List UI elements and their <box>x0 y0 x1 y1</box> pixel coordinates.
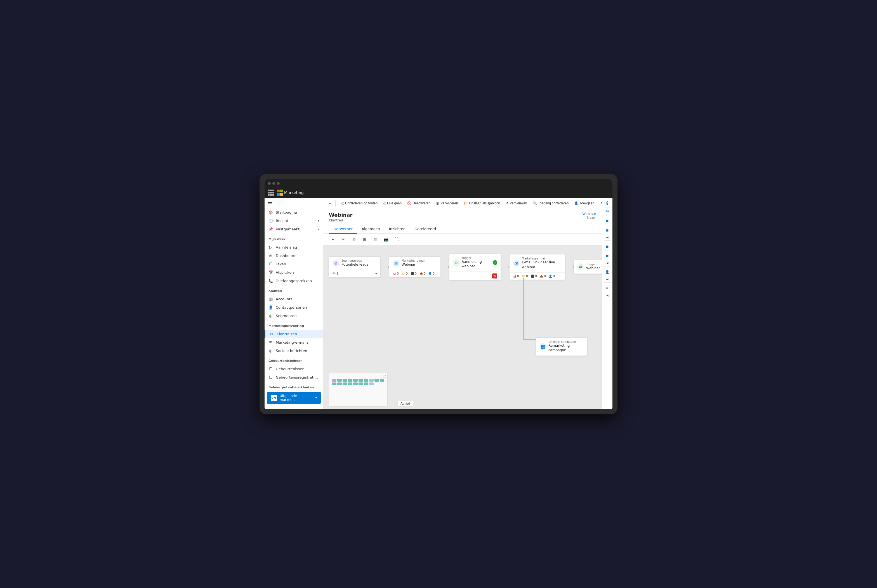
sidebar-item-telefoon[interactable]: 📞 Telefoongesprekken <box>264 277 323 285</box>
sidebar-item-accounts[interactable]: 🏢 Accounts <box>264 295 323 303</box>
save-template-button[interactable]: 📋 Opslaan als sjabloon <box>461 200 502 206</box>
waffle-icon[interactable] <box>268 190 274 196</box>
mini-block <box>353 382 358 385</box>
hamburger-icon[interactable] <box>268 201 272 204</box>
sidebar-item-segmenten[interactable]: ◎ Segmenten <box>264 312 323 320</box>
stat-icon: 📊 <box>513 274 516 278</box>
snapshot-button[interactable]: 📷 <box>382 236 390 243</box>
chevron-icon: ▾ <box>315 396 317 399</box>
node-stat-4e: 👤0 <box>549 274 555 278</box>
journey-node-linkedin[interactable]: 👥 LinkedIn-campagne Remarketing campagne <box>536 338 587 356</box>
calendar-icon: 📅 <box>269 270 273 275</box>
access-button[interactable]: 🔍 Toegang controleren <box>530 200 571 206</box>
sidebar-item-gebeurtenissen[interactable]: ☐ Gebeurtenissen <box>264 365 323 373</box>
rp-btn-3[interactable]: ■ <box>603 242 611 250</box>
node-title-2: Marketing-e-mail Webinar <box>402 260 425 267</box>
sidebar-item-uitgaande[interactable]: UM Uitgaande market... ▾ <box>267 392 321 404</box>
sidebar-item-label: Afspraken <box>276 270 294 274</box>
close-badge[interactable]: ✕ <box>492 273 497 279</box>
share-button[interactable]: ↗ <box>598 200 602 206</box>
deactivate-button[interactable]: 🚫 Deactiveren <box>405 200 432 206</box>
node-footer-4: 📊0 📁0 ⬛0 📤0 👤0 <box>509 273 565 280</box>
stat-icon: ⬛ <box>531 274 534 278</box>
delete-label: Verwijderen <box>440 201 458 205</box>
rp-divider-5 <box>604 282 611 283</box>
app-title-bar: Marketing <box>264 188 613 198</box>
rp-btn-edit[interactable]: ✏ <box>603 284 611 292</box>
check-errors-button[interactable]: ◎ Controleren op fouten <box>339 200 380 206</box>
tab-designer[interactable]: Ontwerper <box>329 225 357 234</box>
rp-btn-4[interactable]: ■ <box>603 252 611 260</box>
stat-icon: 📤 <box>540 274 543 278</box>
node-title-3: Trigger Aanmelding webinar <box>462 256 491 269</box>
rp-btn-2[interactable]: ■ <box>603 226 611 234</box>
sidebar-item-taken[interactable]: ☐ Taken <box>264 260 323 268</box>
access-label: Toegang controleren <box>538 201 569 205</box>
rp-btn-person[interactable]: 👤 <box>603 268 611 276</box>
delete-element-button[interactable]: 🗑 <box>371 236 379 243</box>
outbound-icon: UM <box>271 395 277 401</box>
sidebar-item-marketing-emails[interactable]: ✉ Marketing-e-mails <box>264 338 323 347</box>
minimap-expand-icon[interactable]: ⛶ <box>382 374 386 378</box>
mini-block <box>348 382 352 385</box>
journey-node-trigger[interactable]: ⇄ Trigger Aanmelding webinar ✓ ✕ <box>449 254 501 281</box>
add-element-button[interactable]: + <box>329 236 337 243</box>
refresh-label: Vernieuwen <box>509 201 527 205</box>
tab-general[interactable]: Algemeen <box>357 225 384 234</box>
dot-3 <box>277 182 280 185</box>
node-name-2: Webinar <box>402 262 425 267</box>
canvas-area[interactable]: ⊕ Segmentgroep Potentiële leads 👁 <box>323 245 602 410</box>
sidebar-item-label: Segmenten <box>276 314 297 318</box>
save-template-label: Opslaan als sjabloon <box>469 201 500 205</box>
sidebar-item-recent[interactable]: 🕐 Recent ▾ <box>264 217 323 225</box>
save-button[interactable]: 💾 Opslaan <box>335 200 336 206</box>
tab-related[interactable]: Gerelateerd <box>410 225 440 234</box>
sidebar-item-aan-de-slag[interactable]: ▷ Aan de slag <box>264 243 323 252</box>
sidebar-item-klantreizen[interactable]: ✉ Klantreizen <box>264 330 323 338</box>
sidebar-item-label: Taken <box>276 262 286 266</box>
rp-btn-1[interactable]: ■ <box>603 217 611 225</box>
back-button[interactable]: ← <box>327 200 334 207</box>
refresh-button[interactable]: ↺ Vernieuwen <box>503 200 529 206</box>
sidebar-section-leads: Beheer potentiële klanten <box>264 383 323 390</box>
node-stat-4b: 📁0 <box>522 274 528 278</box>
assign-button[interactable]: 👤 Toewijzen <box>572 200 596 206</box>
sidebar-mijnwerk-section: ▷ Aan de slag ⊞ Dashboards ☐ Taken 📅 Afs… <box>264 242 323 286</box>
vertical-connector <box>523 278 524 340</box>
zoom-button[interactable]: ⛶ <box>393 236 401 243</box>
sidebar-item-sociale-berichten[interactable]: ◎ Sociale berichten <box>264 347 323 355</box>
canvas-expand-icon[interactable]: ⛶ <box>392 402 395 406</box>
designer-toolbar: + ✂ ⧉ ⊞ 🗑 📷 ⛶ <box>323 234 602 245</box>
sidebar-item-contactpersonen[interactable]: 👤 Contactpersonen <box>264 303 323 312</box>
refresh-icon: ↺ <box>506 201 508 205</box>
rp-arrow-2: ◀ <box>606 261 608 264</box>
sidebar-marketing-section: ✉ Klantreizen ✉ Marketing-e-mails ◎ Soci… <box>264 329 323 356</box>
sidebar-item-afspraken[interactable]: 📅 Afspraken <box>264 268 323 277</box>
chevron-down-icon: ▾ <box>318 228 319 231</box>
sidebar-item-gebeurtenisregistratie[interactable]: ☐ Gebeurtenisregistrati... <box>264 373 323 382</box>
go-live-button[interactable]: ◎ Live gaan <box>381 200 404 206</box>
journey-node-email-webinar[interactable]: ✉ Marketing-e-mail Webinar 📊0 📁0 <box>389 256 441 278</box>
journey-node-trigger-2[interactable]: ⇄ Trigger Webinar... <box>574 260 602 274</box>
journey-node-segmentgroep[interactable]: ⊕ Segmentgroep Potentiële leads 👁 <box>329 256 381 278</box>
node-stat-2b: 📁0 <box>402 272 408 275</box>
dot-2 <box>272 182 275 185</box>
stat-icon: 📊 <box>393 272 396 275</box>
right-panel-zoom-label: Zo <box>605 209 610 213</box>
delete-button[interactable]: 🗑 Verwijderen <box>434 200 460 206</box>
cut-button[interactable]: ✂ <box>339 236 347 243</box>
sidebar-item-dashboards[interactable]: ⊞ Dashboards <box>264 252 323 260</box>
node-footer-1: 👁 1 ▾ <box>329 270 380 278</box>
node-header-1: ⊕ Segmentgroep Potentiële leads <box>329 256 380 270</box>
page-tabs: Ontwerper Algemeen Inzichten Gerelateerd <box>329 225 596 234</box>
copy-button[interactable]: ⧉ <box>350 236 358 243</box>
journey-node-email-link[interactable]: ✉ Marketing-e-mail E-mail link naar live… <box>509 254 565 280</box>
deactivate-label: Deactiveren <box>413 201 430 205</box>
tab-insights[interactable]: Inzichten <box>384 225 410 234</box>
sidebar-item-vastgemaakt[interactable]: 📌 Vastgemaakt ▾ <box>264 225 323 234</box>
stat-icon: 📁 <box>402 272 405 275</box>
expand-icon[interactable]: ▾ <box>375 272 377 276</box>
sidebar-item-startpagina[interactable]: 🏠 Startpagina <box>264 208 323 217</box>
paste-button[interactable]: ⊞ <box>361 236 369 243</box>
mini-block <box>342 379 347 382</box>
